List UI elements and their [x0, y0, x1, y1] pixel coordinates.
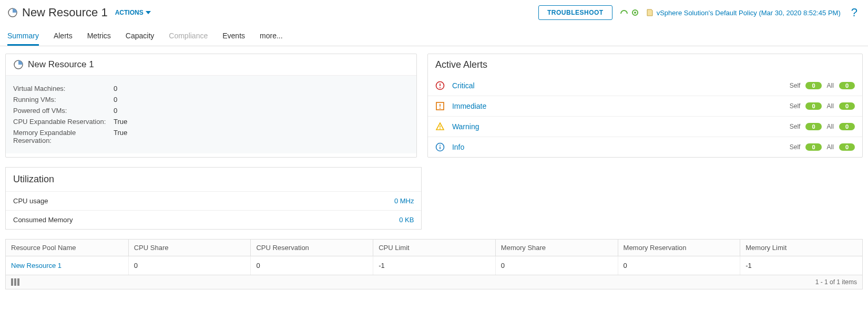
resource-panel-icon: [13, 59, 24, 70]
active-alerts-panel: Active Alerts Critical Self 0 All 0 Imme…: [427, 54, 863, 158]
cell: 0: [495, 256, 618, 275]
util-label: CPU usage: [13, 197, 48, 205]
troubleshoot-button[interactable]: TROUBLESHOOT: [538, 5, 612, 20]
actions-dropdown[interactable]: ACTIONS: [115, 9, 151, 16]
all-label: All: [827, 143, 834, 151]
self-count: 0: [805, 102, 821, 110]
util-label: Consumed Memory: [13, 216, 73, 224]
resource-panel-title: New Resource 1: [28, 59, 94, 70]
col-header[interactable]: Memory Reservation: [618, 240, 740, 256]
policy-icon: [646, 8, 653, 17]
chevron-down-icon: [146, 11, 151, 14]
sync-status-icon: [631, 9, 639, 16]
page-title: New Resource 1: [22, 6, 108, 19]
self-label: Self: [790, 123, 801, 130]
cell-name-link[interactable]: New Resource 1: [6, 256, 128, 275]
svg-point-2: [634, 12, 636, 14]
all-count: 0: [839, 123, 855, 130]
utilization-title: Utilization: [6, 168, 421, 192]
tab-capacity[interactable]: Capacity: [126, 27, 154, 46]
alert-link-immediate[interactable]: Immediate: [452, 102, 782, 110]
grid-footer-text: 1 - 1 of 1 items: [815, 278, 857, 286]
tab-summary[interactable]: Summary: [7, 27, 39, 46]
table-row[interactable]: New Resource 1 0 0 -1 0 0 -1: [6, 256, 862, 275]
critical-icon: [435, 81, 445, 90]
all-count: 0: [839, 82, 855, 89]
tab-metrics[interactable]: Metrics: [87, 27, 111, 46]
policy-text: vSphere Solution's Default Policy (Mar 3…: [657, 9, 841, 17]
help-icon[interactable]: ?: [848, 6, 861, 19]
cell: 0: [128, 256, 251, 275]
tab-more[interactable]: more...: [260, 27, 283, 46]
kv-val: 0: [114, 107, 117, 115]
alert-link-critical[interactable]: Critical: [452, 81, 782, 90]
alert-link-warning[interactable]: Warning: [452, 122, 782, 131]
kv-key: CPU Expandable Reservation:: [13, 118, 110, 126]
resource-summary-panel: New Resource 1 Virtual Machines:0 Runnin…: [5, 54, 417, 158]
tab-bar: Summary Alerts Metrics Capacity Complian…: [0, 23, 868, 46]
kv-key: Powered off VMs:: [13, 107, 110, 115]
util-value-link[interactable]: 0 KB: [399, 216, 414, 224]
actions-label: ACTIONS: [115, 9, 144, 16]
col-header[interactable]: Memory Share: [495, 240, 618, 256]
self-count: 0: [805, 143, 821, 151]
warning-icon: [435, 122, 445, 131]
kv-key: Virtual Machines:: [13, 85, 110, 92]
immediate-icon: [435, 101, 445, 111]
cell: 0: [618, 256, 740, 275]
self-label: Self: [790, 82, 801, 89]
svg-point-6: [440, 87, 441, 88]
resource-pool-icon: [7, 7, 18, 18]
kv-val: 0: [114, 96, 117, 103]
kv-key: Memory Expandable Reservation:: [13, 129, 110, 144]
all-count: 0: [839, 102, 855, 110]
all-label: All: [827, 102, 834, 110]
svg-point-11: [440, 128, 441, 129]
svg-point-9: [440, 108, 441, 109]
kv-val: True: [114, 118, 127, 126]
all-label: All: [827, 123, 834, 130]
wifi-status-icon: [620, 9, 628, 16]
alert-row-critical: Critical Self 0 All 0: [428, 76, 862, 96]
svg-point-13: [440, 145, 441, 146]
tab-compliance: Compliance: [169, 27, 208, 46]
cell: 0: [250, 256, 373, 275]
self-label: Self: [790, 102, 801, 110]
alerts-panel-title: Active Alerts: [435, 59, 487, 70]
alert-row-info: Info Self 0 All 0: [428, 137, 862, 157]
col-header[interactable]: CPU Share: [128, 240, 251, 256]
cell: -1: [740, 256, 862, 275]
kv-key: Running VMs:: [13, 96, 110, 103]
alert-link-info[interactable]: Info: [452, 143, 782, 151]
resource-grid: Resource Pool Name CPU Share CPU Reserva…: [5, 239, 863, 289]
all-label: All: [827, 82, 834, 89]
util-value-link[interactable]: 0 MHz: [394, 197, 414, 205]
col-header[interactable]: CPU Limit: [373, 240, 495, 256]
all-count: 0: [839, 143, 855, 151]
utilization-panel: Utilization CPU usage 0 MHz Consumed Mem…: [5, 167, 422, 230]
self-label: Self: [790, 143, 801, 151]
tab-events[interactable]: Events: [222, 27, 245, 46]
tab-alerts[interactable]: Alerts: [54, 27, 73, 46]
col-header[interactable]: CPU Reservation: [250, 240, 373, 256]
policy-link[interactable]: vSphere Solution's Default Policy (Mar 3…: [646, 8, 841, 17]
kv-val: True: [114, 129, 127, 144]
info-icon: [435, 142, 445, 152]
alert-row-immediate: Immediate Self 0 All 0: [428, 96, 862, 117]
alert-row-warning: Warning Self 0 All 0: [428, 117, 862, 137]
kv-val: 0: [114, 85, 117, 92]
column-picker-icon[interactable]: [11, 278, 19, 286]
self-count: 0: [805, 123, 821, 130]
self-count: 0: [805, 82, 821, 89]
col-header[interactable]: Resource Pool Name: [6, 240, 128, 256]
cell: -1: [373, 256, 495, 275]
col-header[interactable]: Memory Limit: [740, 240, 862, 256]
